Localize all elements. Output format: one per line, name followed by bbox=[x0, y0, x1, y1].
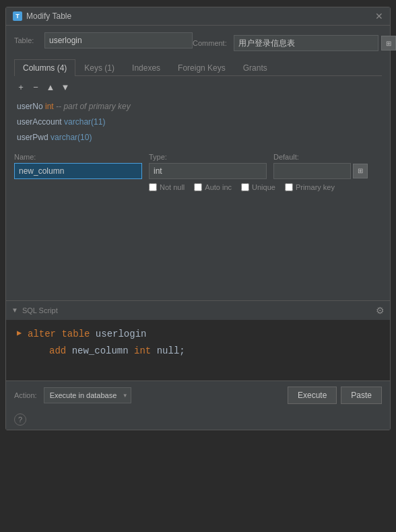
gear-icon[interactable]: ⚙ bbox=[376, 305, 385, 316]
action-select[interactable]: Execute in database bbox=[44, 387, 131, 403]
line-marker-1: ▶ bbox=[17, 327, 24, 340]
tab-bar: Columns (4) Keys (1) Indexes Foreign Key… bbox=[14, 59, 382, 76]
close-button[interactable]: ✕ bbox=[375, 11, 383, 21]
move-up-button[interactable]: ▲ bbox=[44, 80, 57, 94]
column-default-input[interactable] bbox=[273, 163, 351, 179]
window-body: Table: Comment: ⊞ Columns (4) Keys (1) I… bbox=[6, 26, 390, 298]
title-bar: T Modify Table ✕ bbox=[6, 7, 390, 26]
window-title: Modify Table bbox=[26, 11, 71, 21]
name-group: Name: bbox=[14, 153, 142, 179]
sql-col-name: new_column bbox=[72, 343, 129, 360]
name-label: Name: bbox=[14, 153, 142, 161]
window-icon: T bbox=[13, 11, 22, 21]
default-group: Default: ⊞ bbox=[273, 153, 368, 179]
help-button[interactable]: ? bbox=[14, 413, 26, 426]
empty-area bbox=[14, 197, 382, 291]
action-select-wrapper: Execute in database ▼ bbox=[44, 387, 131, 403]
tab-columns[interactable]: Columns (4) bbox=[14, 59, 75, 76]
table-name-input[interactable] bbox=[44, 32, 193, 48]
edit-fields-row: Name: Type: Default: ⊞ bbox=[14, 153, 382, 179]
remove-column-button[interactable]: − bbox=[29, 80, 42, 94]
not-null-checkbox[interactable]: Not null bbox=[149, 183, 185, 191]
sql-header[interactable]: ▼ SQL Script ⚙ bbox=[6, 301, 390, 320]
checkbox-row: Not null Auto inc Unique Primary key bbox=[149, 183, 382, 191]
list-item[interactable]: userAccount varchar(11) bbox=[14, 114, 382, 130]
move-down-button[interactable]: ▼ bbox=[59, 80, 72, 94]
column-name-input[interactable] bbox=[14, 163, 142, 179]
execute-button[interactable]: Execute bbox=[288, 387, 337, 404]
comment-input[interactable] bbox=[234, 35, 378, 51]
tab-keys[interactable]: Keys (1) bbox=[75, 59, 123, 76]
type-group: Type: bbox=[149, 153, 267, 179]
default-wrap: ⊞ bbox=[273, 163, 368, 179]
action-label: Action: bbox=[14, 391, 37, 399]
primary-key-checkbox[interactable]: Primary key bbox=[285, 183, 335, 191]
tab-indexes[interactable]: Indexes bbox=[123, 59, 169, 76]
list-item[interactable]: userPwd varchar(10) bbox=[14, 130, 382, 145]
sql-title: SQL Script bbox=[22, 306, 58, 314]
modify-table-window: T Modify Table ✕ Table: Comment: ⊞ bbox=[5, 7, 391, 430]
column-list: userNo int -- part of primary key userAc… bbox=[14, 98, 382, 147]
title-bar-left: T Modify Table bbox=[13, 11, 71, 21]
comment-edit-button[interactable]: ⊞ bbox=[381, 36, 396, 51]
comment-section: Comment: ⊞ bbox=[193, 32, 396, 54]
comment-label: Comment: bbox=[193, 39, 227, 47]
bottom-bar: Action: Execute in database ▼ Execute Pa… bbox=[6, 380, 390, 409]
sql-table-kw: table bbox=[61, 327, 90, 343]
button-row: Execute Paste bbox=[288, 387, 382, 404]
default-edit-button[interactable]: ⊞ bbox=[353, 164, 368, 178]
sql-int-kw: int bbox=[134, 343, 151, 360]
sql-chevron-icon: ▼ bbox=[11, 306, 18, 314]
sql-tablename: userlogin bbox=[96, 327, 147, 343]
default-label: Default: bbox=[273, 153, 368, 161]
type-label: Type: bbox=[149, 153, 267, 161]
sql-body: ▶ alter table userlogin add new_column i… bbox=[6, 320, 390, 380]
table-label: Table: bbox=[14, 36, 38, 44]
column-type-input[interactable] bbox=[149, 163, 267, 179]
list-item[interactable]: userNo int -- part of primary key bbox=[14, 99, 382, 114]
sql-section: ▼ SQL Script ⚙ ▶ alter table userlogin a… bbox=[6, 300, 390, 380]
sql-header-left: ▼ SQL Script bbox=[11, 306, 58, 314]
sql-null-end: null; bbox=[157, 343, 185, 360]
tab-grants[interactable]: Grants bbox=[234, 59, 276, 76]
table-field: Table: bbox=[14, 32, 193, 48]
sql-alter-kw: alter bbox=[28, 327, 56, 343]
columns-toolbar: + − ▲ ▼ bbox=[14, 80, 382, 94]
table-comment-row: Table: Comment: ⊞ bbox=[14, 32, 382, 54]
paste-button[interactable]: Paste bbox=[341, 387, 382, 404]
unique-checkbox[interactable]: Unique bbox=[241, 183, 275, 191]
auto-inc-checkbox[interactable]: Auto inc bbox=[194, 183, 232, 191]
tab-foreign-keys[interactable]: Foreign Keys bbox=[169, 59, 234, 76]
add-column-button[interactable]: + bbox=[14, 80, 28, 94]
comment-input-wrap: ⊞ bbox=[234, 35, 396, 51]
sql-add-kw: add bbox=[49, 343, 66, 360]
footer-bar: ? bbox=[6, 409, 390, 430]
